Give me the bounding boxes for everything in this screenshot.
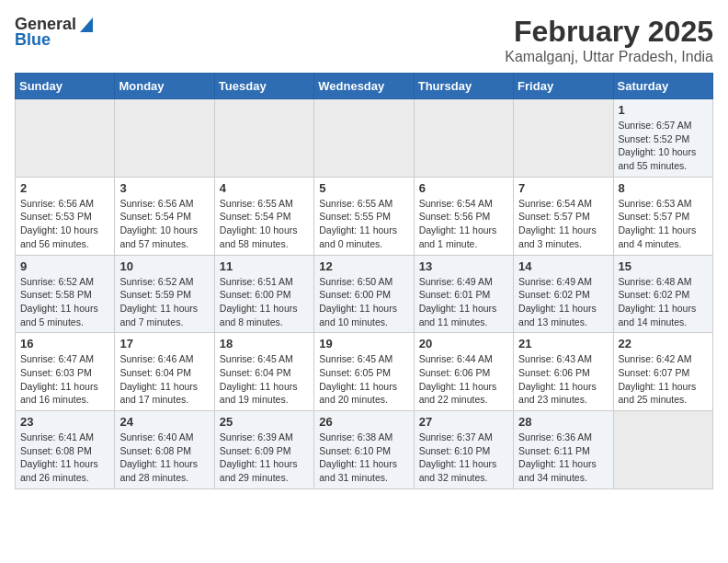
calendar-day-cell: 17Sunrise: 6:46 AMSunset: 6:04 PMDayligh… (115, 333, 214, 411)
calendar-day-cell: 19Sunrise: 6:45 AMSunset: 6:05 PMDayligh… (314, 333, 414, 411)
day-info: Sunrise: 6:48 AMSunset: 6:02 PMDaylight:… (619, 275, 708, 329)
day-number: 23 (20, 415, 109, 429)
day-info: Sunrise: 6:55 AMSunset: 5:55 PMDaylight:… (319, 197, 408, 251)
calendar-day-cell: 25Sunrise: 6:39 AMSunset: 6:09 PMDayligh… (214, 411, 313, 489)
calendar-day-cell: 16Sunrise: 6:47 AMSunset: 6:03 PMDayligh… (16, 333, 115, 411)
calendar-day-cell: 18Sunrise: 6:45 AMSunset: 6:04 PMDayligh… (214, 333, 313, 411)
calendar-day-cell (214, 99, 313, 178)
calendar-day-cell: 5Sunrise: 6:55 AMSunset: 5:55 PMDaylight… (314, 177, 414, 255)
day-info: Sunrise: 6:42 AMSunset: 6:07 PMDaylight:… (619, 352, 708, 407)
main-title: February 2025 (505, 15, 713, 49)
calendar-day-cell: 10Sunrise: 6:52 AMSunset: 5:59 PMDayligh… (115, 255, 214, 333)
calendar-day-cell: 3Sunrise: 6:56 AMSunset: 5:54 PMDaylight… (115, 177, 214, 255)
day-number: 27 (419, 415, 508, 429)
day-number: 26 (319, 415, 408, 429)
day-info: Sunrise: 6:56 AMSunset: 5:53 PMDaylight:… (20, 197, 109, 251)
calendar-day-cell: 22Sunrise: 6:42 AMSunset: 6:07 PMDayligh… (613, 333, 712, 411)
day-number: 19 (319, 337, 408, 350)
calendar-day-cell: 8Sunrise: 6:53 AMSunset: 5:57 PMDaylight… (613, 177, 712, 255)
calendar-day-cell: 6Sunrise: 6:54 AMSunset: 5:56 PMDaylight… (414, 177, 513, 255)
day-info: Sunrise: 6:41 AMSunset: 6:08 PMDaylight:… (20, 431, 109, 485)
calendar-week-row: 2Sunrise: 6:56 AMSunset: 5:53 PMDaylight… (16, 177, 713, 255)
svg-marker-0 (80, 17, 93, 32)
day-number: 22 (619, 337, 708, 350)
calendar-day-cell: 15Sunrise: 6:48 AMSunset: 6:02 PMDayligh… (613, 255, 712, 333)
day-number: 9 (20, 259, 109, 273)
calendar-day-cell (314, 99, 414, 178)
calendar-day-cell: 28Sunrise: 6:36 AMSunset: 6:11 PMDayligh… (514, 411, 613, 489)
day-number: 2 (20, 181, 109, 195)
calendar-day-cell (514, 99, 613, 178)
day-number: 11 (220, 259, 309, 273)
calendar-day-cell: 9Sunrise: 6:52 AMSunset: 5:58 PMDaylight… (16, 255, 115, 333)
calendar-day-cell (16, 99, 115, 178)
day-info: Sunrise: 6:54 AMSunset: 5:56 PMDaylight:… (419, 197, 508, 251)
day-info: Sunrise: 6:36 AMSunset: 6:11 PMDaylight:… (518, 431, 608, 485)
day-info: Sunrise: 6:44 AMSunset: 6:06 PMDaylight:… (419, 352, 508, 407)
day-number: 24 (119, 415, 209, 429)
calendar-week-row: 16Sunrise: 6:47 AMSunset: 6:03 PMDayligh… (16, 333, 713, 411)
day-info: Sunrise: 6:49 AMSunset: 6:01 PMDaylight:… (419, 275, 508, 329)
day-number: 13 (419, 259, 508, 273)
day-number: 5 (319, 181, 408, 195)
calendar-day-cell: 7Sunrise: 6:54 AMSunset: 5:57 PMDaylight… (514, 177, 613, 255)
day-info: Sunrise: 6:46 AMSunset: 6:04 PMDaylight:… (119, 352, 209, 407)
day-number: 1 (619, 103, 708, 117)
day-number: 4 (220, 181, 309, 195)
day-info: Sunrise: 6:52 AMSunset: 5:58 PMDaylight:… (20, 275, 109, 329)
weekday-header-friday: Friday (514, 74, 613, 99)
calendar-day-cell: 21Sunrise: 6:43 AMSunset: 6:06 PMDayligh… (514, 333, 613, 411)
day-info: Sunrise: 6:57 AMSunset: 5:52 PMDaylight:… (619, 119, 708, 173)
day-info: Sunrise: 6:52 AMSunset: 5:59 PMDaylight:… (119, 275, 209, 329)
calendar-day-cell (613, 411, 712, 489)
calendar-day-cell: 4Sunrise: 6:55 AMSunset: 5:54 PMDaylight… (214, 177, 313, 255)
day-info: Sunrise: 6:55 AMSunset: 5:54 PMDaylight:… (220, 197, 309, 251)
calendar-week-row: 23Sunrise: 6:41 AMSunset: 6:08 PMDayligh… (16, 411, 713, 489)
day-number: 10 (119, 259, 209, 273)
weekday-header-sunday: Sunday (16, 74, 115, 99)
weekday-header-saturday: Saturday (613, 74, 712, 99)
day-number: 7 (518, 181, 608, 195)
calendar-day-cell: 1Sunrise: 6:57 AMSunset: 5:52 PMDaylight… (613, 99, 712, 178)
day-info: Sunrise: 6:39 AMSunset: 6:09 PMDaylight:… (220, 431, 309, 485)
day-info: Sunrise: 6:51 AMSunset: 6:00 PMDaylight:… (220, 275, 309, 329)
title-block: February 2025 Kamalganj, Uttar Pradesh, … (505, 15, 713, 65)
weekday-header-monday: Monday (115, 74, 214, 99)
calendar-day-cell: 14Sunrise: 6:49 AMSunset: 6:02 PMDayligh… (514, 255, 613, 333)
day-number: 21 (518, 337, 608, 350)
day-number: 8 (619, 181, 708, 195)
day-number: 25 (220, 415, 309, 429)
page-header: General Blue February 2025 Kamalganj, Ut… (15, 15, 713, 65)
weekday-header-tuesday: Tuesday (214, 74, 313, 99)
calendar-day-cell: 23Sunrise: 6:41 AMSunset: 6:08 PMDayligh… (16, 411, 115, 489)
day-number: 20 (419, 337, 508, 350)
day-info: Sunrise: 6:38 AMSunset: 6:10 PMDaylight:… (319, 431, 408, 485)
day-info: Sunrise: 6:53 AMSunset: 5:57 PMDaylight:… (619, 197, 708, 251)
calendar-day-cell: 24Sunrise: 6:40 AMSunset: 6:08 PMDayligh… (115, 411, 214, 489)
weekday-header-thursday: Thursday (414, 74, 513, 99)
logo: General Blue (15, 15, 97, 50)
day-number: 6 (419, 181, 508, 195)
day-info: Sunrise: 6:40 AMSunset: 6:08 PMDaylight:… (119, 431, 209, 485)
day-number: 3 (119, 181, 209, 195)
calendar-day-cell: 26Sunrise: 6:38 AMSunset: 6:10 PMDayligh… (314, 411, 414, 489)
day-info: Sunrise: 6:47 AMSunset: 6:03 PMDaylight:… (20, 352, 109, 407)
day-number: 28 (518, 415, 608, 429)
day-number: 15 (619, 259, 708, 273)
day-info: Sunrise: 6:56 AMSunset: 5:54 PMDaylight:… (119, 197, 209, 251)
calendar-day-cell: 13Sunrise: 6:49 AMSunset: 6:01 PMDayligh… (414, 255, 513, 333)
day-number: 18 (220, 337, 309, 350)
calendar-day-cell (115, 99, 214, 178)
weekday-header-wednesday: Wednesday (314, 74, 414, 99)
calendar-week-row: 1Sunrise: 6:57 AMSunset: 5:52 PMDaylight… (16, 99, 713, 178)
logo-blue: Blue (15, 30, 51, 50)
day-info: Sunrise: 6:50 AMSunset: 6:00 PMDaylight:… (319, 275, 408, 329)
day-info: Sunrise: 6:45 AMSunset: 6:04 PMDaylight:… (220, 352, 309, 407)
calendar-day-cell: 11Sunrise: 6:51 AMSunset: 6:00 PMDayligh… (214, 255, 313, 333)
day-number: 14 (518, 259, 608, 273)
day-info: Sunrise: 6:49 AMSunset: 6:02 PMDaylight:… (518, 275, 608, 329)
calendar-day-cell: 12Sunrise: 6:50 AMSunset: 6:00 PMDayligh… (314, 255, 414, 333)
day-info: Sunrise: 6:43 AMSunset: 6:06 PMDaylight:… (518, 352, 608, 407)
day-info: Sunrise: 6:54 AMSunset: 5:57 PMDaylight:… (518, 197, 608, 251)
calendar-day-cell: 20Sunrise: 6:44 AMSunset: 6:06 PMDayligh… (414, 333, 513, 411)
